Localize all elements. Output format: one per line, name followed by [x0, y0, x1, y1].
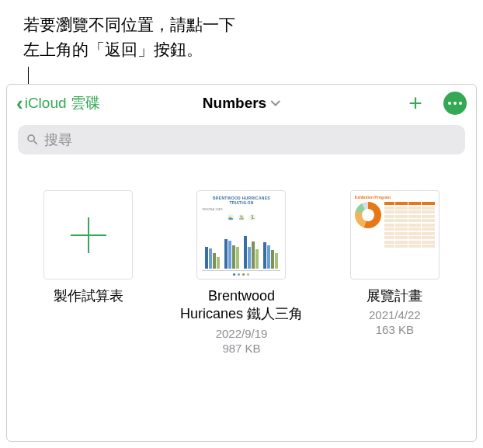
ellipsis-icon	[448, 102, 451, 105]
item-size: 987 KB	[222, 342, 260, 355]
table-preview: Exhibition Program	[351, 191, 439, 279]
file-item-exhibition[interactable]: Exhibition Program	[329, 190, 460, 336]
annotation-line1: 若要瀏覽不同位置，請點一下	[23, 16, 235, 33]
item-label: Brentwood Huricanes 鐵人三角	[175, 287, 307, 324]
donut-icon	[355, 202, 381, 228]
folder-title: Numbers	[203, 95, 266, 112]
file-grid: 製作試算表 BRENTWOOD HURRICANES TRIATHLON PER…	[7, 159, 476, 370]
item-size: 163 KB	[376, 323, 414, 336]
chart-preview: BRENTWOOD HURRICANES TRIATHLON PERSONAL …	[197, 191, 285, 279]
chevron-down-icon	[271, 98, 280, 109]
folder-title-button[interactable]: Numbers	[203, 95, 280, 112]
search-input[interactable]: 搜尋	[18, 125, 465, 155]
item-label: 製作試算表	[54, 287, 123, 305]
search-icon	[26, 133, 40, 147]
nav-actions: +	[405, 92, 467, 115]
item-date: 2021/4/22	[369, 308, 421, 321]
file-item-brentwood[interactable]: BRENTWOOD HURRICANES TRIATHLON PERSONAL …	[175, 190, 307, 355]
more-button[interactable]	[443, 92, 467, 115]
app-window: ‹ iCloud 雲碟 Numbers + 搜尋	[6, 84, 477, 442]
callout-annotation: 若要瀏覽不同位置，請點一下 左上角的「返回」按鈕。	[23, 12, 235, 61]
create-thumbnail	[43, 190, 133, 280]
back-button[interactable]: ‹ iCloud 雲碟	[16, 93, 100, 113]
plus-icon: +	[408, 90, 422, 116]
file-thumbnail: BRENTWOOD HURRICANES TRIATHLON PERSONAL …	[196, 190, 286, 280]
annotation-line2: 左上角的「返回」按鈕。	[23, 40, 203, 58]
file-thumbnail: Exhibition Program	[350, 190, 440, 280]
add-button[interactable]: +	[405, 92, 426, 114]
search-placeholder: 搜尋	[44, 130, 72, 149]
back-label: iCloud 雲碟	[25, 93, 100, 113]
chevron-left-icon: ‹	[16, 93, 23, 113]
item-label: 展覽計畫	[367, 287, 422, 305]
plus-icon	[71, 217, 106, 253]
navigation-bar: ‹ iCloud 雲碟 Numbers +	[7, 85, 476, 122]
item-date: 2022/9/19	[216, 327, 268, 340]
create-spreadsheet-item[interactable]: 製作試算表	[23, 190, 154, 307]
